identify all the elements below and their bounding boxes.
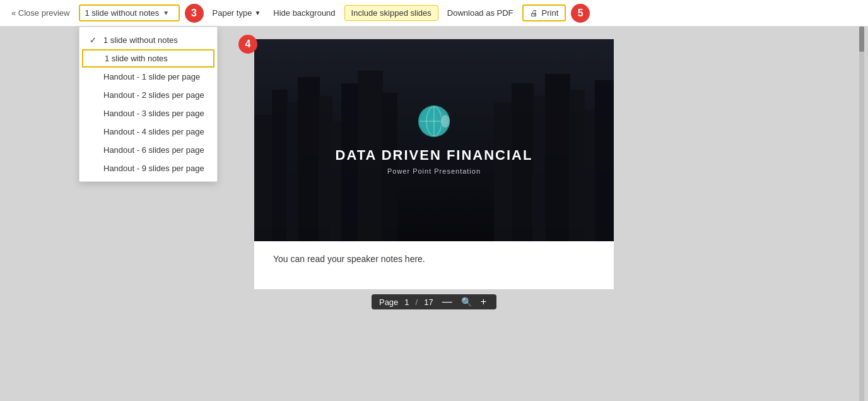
dropdown-item-2[interactable]: Handout - 1 slide per page bbox=[79, 68, 217, 86]
left-panel bbox=[0, 27, 69, 401]
dropdown-arrow-icon: ▼ bbox=[163, 9, 169, 16]
zoom-icon: 🔍 bbox=[461, 297, 472, 307]
paper-type-arrow-icon: ▼ bbox=[254, 9, 261, 16]
dropdown-item-label-4: Handout - 3 slides per page bbox=[103, 109, 204, 118]
download-pdf-button[interactable]: Download as PDF bbox=[443, 6, 517, 20]
globe-icon bbox=[418, 105, 441, 137]
dropdown-item-label-1: 1 slide with notes bbox=[105, 54, 168, 63]
svg-rect-17 bbox=[254, 39, 614, 241]
badge-3: 3 bbox=[185, 4, 204, 23]
badge-4: 4 bbox=[238, 35, 257, 54]
dropdown-item-5[interactable]: Handout - 4 slides per page bbox=[79, 123, 217, 141]
printer-icon: 🖨 bbox=[530, 8, 538, 18]
page-total: 17 bbox=[424, 297, 433, 307]
dropdown-item-label-3: Handout - 2 slides per page bbox=[103, 90, 204, 100]
page-current: 1 bbox=[404, 297, 409, 307]
slide-background-svg bbox=[254, 39, 614, 241]
page-controls: Page 1 / 17 — 🔍 + bbox=[372, 294, 496, 309]
slide-type-dropdown[interactable]: 1 slide without notes ▼ bbox=[79, 4, 180, 21]
slide-preview: DATA DRIVEN FINANCIAL Power Point Presen… bbox=[254, 39, 614, 241]
dropdown-item-4[interactable]: Handout - 3 slides per page bbox=[79, 104, 217, 123]
scrollbar-thumb[interactable] bbox=[859, 27, 864, 52]
dropdown-item-label-2: Handout - 1 slide per page bbox=[103, 72, 200, 81]
right-panel bbox=[799, 27, 868, 401]
dropdown-item-label-0: 1 slide without notes bbox=[103, 35, 178, 45]
dropdown-item-1[interactable]: 1 slide with notes bbox=[82, 49, 214, 68]
toolbar: « Close preview 1 slide without notes ▼ … bbox=[0, 0, 868, 27]
speaker-notes: You can read your speaker notes here. bbox=[254, 241, 614, 277]
dropdown-item-6[interactable]: Handout - 6 slides per page bbox=[79, 141, 217, 159]
page-label: Page bbox=[379, 297, 398, 307]
badge-5: 5 bbox=[571, 4, 590, 23]
slide-type-label: 1 slide without notes bbox=[85, 8, 160, 18]
close-preview-button[interactable]: « Close preview bbox=[8, 6, 74, 20]
print-label: Print bbox=[542, 8, 559, 18]
page-prev-button[interactable]: — bbox=[440, 297, 455, 307]
slide-container: DATA DRIVEN FINANCIAL Power Point Presen… bbox=[254, 39, 614, 289]
check-icon: ✓ bbox=[90, 35, 98, 45]
page-separator: / bbox=[416, 297, 418, 307]
slide-title: DATA DRIVEN FINANCIAL bbox=[336, 147, 533, 164]
slide-subtitle: Power Point Presentation bbox=[387, 167, 481, 175]
scrollbar-track bbox=[859, 27, 864, 401]
dropdown-item-label-5: Handout - 4 slides per page bbox=[103, 127, 204, 136]
dropdown-item-3[interactable]: Handout - 2 slides per page bbox=[79, 86, 217, 104]
dropdown-item-7[interactable]: Handout - 9 slides per page bbox=[79, 159, 217, 177]
include-skipped-button[interactable]: Include skipped slides bbox=[344, 5, 438, 21]
paper-type-button[interactable]: Paper type ▼ bbox=[209, 6, 265, 20]
print-button[interactable]: 🖨 Print bbox=[522, 4, 566, 21]
dropdown-item-0[interactable]: ✓ 1 slide without notes bbox=[79, 31, 217, 49]
page-next-button[interactable]: + bbox=[478, 297, 489, 307]
hide-background-button[interactable]: Hide background bbox=[269, 6, 339, 20]
dropdown-item-label-7: Handout - 9 slides per page bbox=[103, 164, 204, 173]
speaker-notes-text: You can read your speaker notes here. bbox=[273, 254, 425, 264]
slide-type-menu: ✓ 1 slide without notes 1 slide with not… bbox=[79, 27, 218, 182]
dropdown-item-label-6: Handout - 6 slides per page bbox=[103, 145, 204, 155]
paper-type-label: Paper type bbox=[213, 8, 252, 18]
slide-logo bbox=[418, 105, 450, 137]
